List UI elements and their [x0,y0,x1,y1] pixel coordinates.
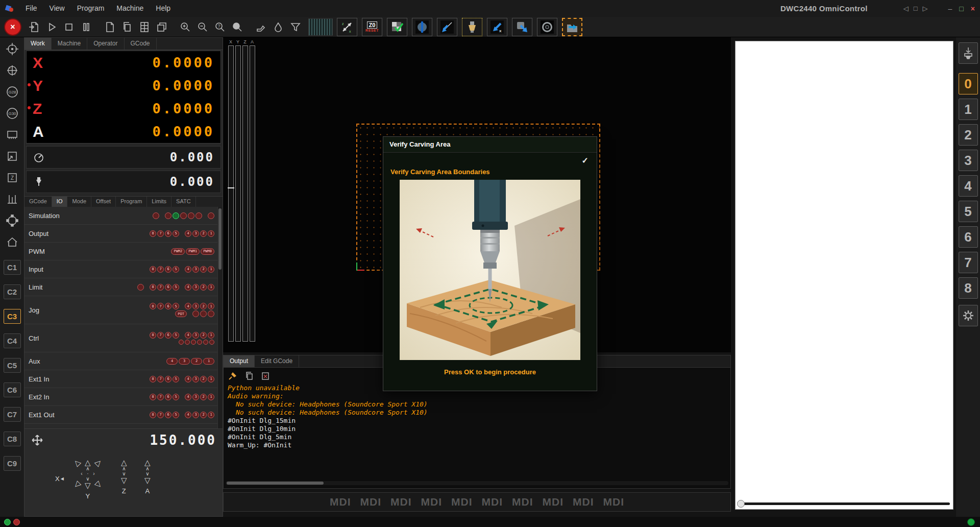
slot-button-1[interactable]: 1 [959,99,978,120]
output-tab-output[interactable]: Output [224,355,255,367]
jog-left-small-button[interactable]: ‹ [78,471,86,476]
jog-right-small-button[interactable]: › [90,471,98,476]
pause-button[interactable] [78,18,95,36]
axis-bar[interactable] [228,45,234,342]
io-tab-satc[interactable]: SATC [172,197,196,207]
quick-button-c5[interactable]: C5 [4,358,21,373]
pages-stack-button[interactable] [153,18,170,36]
jog-a-up-button[interactable]: △ [142,459,153,466]
io-tab-limits[interactable]: Limits [147,197,172,207]
slot-button-3[interactable]: 3 [959,150,978,171]
collet-button[interactable] [462,18,482,36]
menu-file[interactable]: File [19,0,43,17]
jog-sw-button[interactable]: △ [70,478,83,492]
jog-up-button[interactable]: △ [82,459,93,466]
probe-diagonal-button[interactable] [437,18,457,36]
tab-work[interactable]: Work [24,38,52,50]
quick-button-c9[interactable]: C9 [4,456,21,471]
gcode-preview-panel[interactable] [735,41,953,510]
tool-filter-button[interactable] [287,18,304,36]
xy-zero-button[interactable]: XY [3,62,21,79]
slot-button-2[interactable]: 2 [959,124,978,146]
zoom-in-button[interactable] [177,18,194,36]
stop-button[interactable] [60,18,78,36]
spindle-top-button[interactable] [537,18,557,36]
menu-machine[interactable]: Machine [110,0,150,17]
g28-button[interactable]: G28 [3,83,21,101]
output-tab-edit-gcode[interactable]: Edit GCode [255,355,299,367]
quick-button-c1[interactable]: C1 [4,260,21,275]
zoom-query-button[interactable]: ? [211,18,229,36]
output-hscrollbar-thumb[interactable] [227,482,324,485]
block-move-button[interactable] [512,18,532,36]
jog-nw-button[interactable]: △ [70,456,83,469]
dialog-title[interactable]: Verify Carving Area [383,137,597,153]
io-tab-gcode[interactable]: GCode [24,197,52,207]
jog-se-button[interactable]: △ [92,478,106,492]
axis-bar[interactable] [242,45,248,342]
io-scrollbar[interactable] [217,207,223,428]
tab-machine[interactable]: Machine [52,38,87,50]
jog-ne-button[interactable]: △ [92,456,106,469]
g30-button[interactable]: G30 [3,105,21,122]
jog-a-down-button[interactable]: ▽ [142,476,153,484]
jog-x-arrow-icon[interactable]: ◀ [61,476,64,481]
z-touch-button[interactable]: Z [3,169,21,186]
probe-x-button[interactable]: x [487,18,507,36]
dialog-check-icon[interactable]: ✓ [582,156,589,165]
menu-help[interactable]: Help [150,0,177,17]
io-tab-offset[interactable]: Offset [91,197,116,207]
clear-log-icon[interactable] [260,371,271,381]
quick-button-c8[interactable]: C8 [4,432,21,446]
tool-load-button[interactable] [959,42,978,64]
slot-button-6[interactable]: 6 [959,226,978,248]
maximize-button[interactable]: □ [959,5,963,13]
mdi-bar[interactable]: MDIMDIMDIMDIMDIMDIMDIMDIMDIMDI [223,492,731,512]
menu-view[interactable]: View [43,0,71,17]
tab-operator[interactable]: Operator [87,38,124,50]
grid-file-button[interactable] [136,18,153,36]
home-button[interactable] [3,233,21,251]
open-file-button[interactable] [26,18,43,36]
verify-check-button[interactable] [387,18,407,36]
io-scrollbar-thumb[interactable] [218,208,222,270]
quick-button-c4[interactable]: C4 [4,333,21,348]
tool-post-button[interactable] [252,18,270,36]
right-panel-scroll-knob[interactable] [737,500,745,508]
copy-log-icon[interactable] [244,371,254,381]
xz-path-button[interactable]: zx [337,18,357,36]
jog-z-down-button[interactable]: ▽ [118,476,130,484]
quick-button-c7[interactable]: C7 [4,407,21,422]
quick-button-c3[interactable]: C3 [4,309,21,324]
slot-button-7[interactable]: 7 [959,252,978,273]
estop-button[interactable]: × [4,18,21,36]
measure-corner-button[interactable] [3,148,21,165]
axis-bar[interactable] [250,45,255,342]
copy-file-button[interactable] [118,18,136,36]
run-button[interactable] [43,18,60,36]
nav-back-icon[interactable]: ◁ [903,5,909,12]
tool-turret-button[interactable] [3,212,21,229]
coolant-button[interactable] [270,18,287,36]
slot-button-4[interactable]: 4 [959,175,978,197]
nav-forward-icon[interactable]: ▷ [923,5,928,12]
touchoff-plate-button[interactable] [3,126,21,143]
quick-button-c2[interactable]: C2 [4,284,21,299]
axis-bar[interactable] [235,45,241,342]
minimize-button[interactable]: – [948,5,952,13]
close-button[interactable]: × [971,5,975,13]
load-job-button[interactable] [562,18,582,36]
slot-button-8[interactable]: 8 [959,277,978,299]
new-file-button[interactable] [101,18,118,36]
zoom-fit-button[interactable] [229,18,246,36]
zoom-out-button[interactable] [194,18,211,36]
tool-length-button[interactable] [3,190,21,208]
settings-button[interactable] [959,305,978,326]
jog-z-up-button[interactable]: △ [118,459,130,466]
output-hscrollbar[interactable] [226,481,728,485]
tab-gcode[interactable]: GCode [125,38,157,50]
slot-button-0[interactable]: 0 [959,73,978,94]
z0-reset-button[interactable]: Z0RESET [362,18,382,36]
right-panel-hscrollbar[interactable] [739,502,950,505]
nav-list-icon[interactable]: □ [914,5,918,12]
